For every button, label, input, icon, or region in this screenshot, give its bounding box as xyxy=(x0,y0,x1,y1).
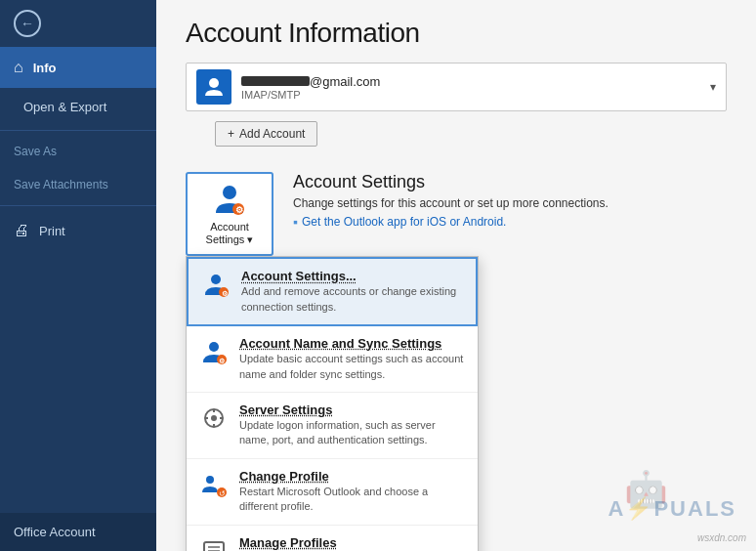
account-person-icon xyxy=(203,76,225,98)
account-settings-button-label: AccountSettings ▾ xyxy=(206,221,254,246)
server-settings-item-desc: Update logon information, such as server… xyxy=(239,418,466,448)
account-settings-panel-title: Account Settings xyxy=(293,172,727,192)
account-type: IMAP/SMTP xyxy=(241,89,710,101)
dropdown-item-account-settings[interactable]: ⚙ Account Settings... Add and remove acc… xyxy=(187,257,478,326)
sidebar-divider-1 xyxy=(0,130,156,131)
dropdown-item-name-sync[interactable]: ⚙ Account Name and Sync Settings Update … xyxy=(187,326,478,393)
manage-profiles-item-text: Manage Profiles Add and remove profiles … xyxy=(239,535,466,552)
sidebar-spacer xyxy=(0,251,156,513)
name-sync-item-desc: Update basic account settings such as ac… xyxy=(239,352,466,382)
svg-point-11 xyxy=(211,415,217,421)
svg-text:⚙: ⚙ xyxy=(219,358,225,364)
page-title: Account Information xyxy=(186,18,727,49)
change-profile-item-text: Change Profile Restart Microsoft Outlook… xyxy=(239,469,466,515)
server-settings-icon xyxy=(198,403,230,434)
server-settings-item-title: Server Settings xyxy=(239,403,466,417)
account-settings-item-text: Account Settings... Add and remove accou… xyxy=(241,269,464,315)
outlook-app-link[interactable]: Get the Outlook app for iOS or Android. xyxy=(293,214,727,230)
back-icon: ← xyxy=(14,10,41,37)
appuals-logo: A⚡PUALS xyxy=(609,496,736,522)
dropdown-arrow-icon: ▾ xyxy=(710,80,716,94)
svg-text:⚙: ⚙ xyxy=(235,205,243,215)
manage-profiles-icon xyxy=(198,535,230,552)
office-account-label: Office Account xyxy=(14,525,96,539)
add-icon: + xyxy=(228,127,234,141)
add-account-button[interactable]: + Add Account xyxy=(215,121,317,147)
change-profile-item-desc: Restart Microsoft Outlook and choose a d… xyxy=(239,485,466,515)
svg-point-4 xyxy=(211,275,221,284)
account-selector[interactable]: @gmail.com IMAP/SMTP ▾ xyxy=(186,63,727,111)
sidebar-item-info-label: Info xyxy=(33,61,57,75)
account-bar-info: @gmail.com IMAP/SMTP xyxy=(241,74,710,101)
account-settings-panel-desc: Change settings for this account or set … xyxy=(293,196,727,210)
account-settings-button-wrap: ⚙ AccountSettings ▾ ⚙ xyxy=(186,172,273,256)
watermark: wsxdn.com xyxy=(697,532,746,543)
sidebar-item-info[interactable]: ⌂ Info xyxy=(0,47,156,88)
email-mask xyxy=(241,76,310,86)
back-button[interactable]: ← xyxy=(0,0,156,47)
sidebar-item-print[interactable]: 🖨 Print xyxy=(0,210,156,251)
add-account-label: Add Account xyxy=(239,127,305,141)
account-icon xyxy=(196,69,231,105)
page-header: Account Information xyxy=(156,0,756,63)
account-settings-item-title: Account Settings... xyxy=(241,269,464,283)
account-settings-info-panel: Account Settings Change settings for thi… xyxy=(293,172,727,256)
home-icon: ⌂ xyxy=(14,59,23,76)
person-gear-icon: ⚙ xyxy=(212,182,247,217)
name-sync-item-text: Account Name and Sync Settings Update ba… xyxy=(239,336,466,382)
account-email: @gmail.com xyxy=(241,74,710,89)
dropdown-item-manage-profiles[interactable]: Manage Profiles Add and remove profiles … xyxy=(187,526,478,552)
svg-point-7 xyxy=(209,342,219,352)
svg-point-16 xyxy=(206,476,214,484)
sidebar-item-print-label: Print xyxy=(39,224,65,238)
account-settings-button[interactable]: ⚙ AccountSettings ▾ xyxy=(186,172,273,256)
server-settings-item-text: Server Settings Update logon information… xyxy=(239,403,466,448)
svg-point-1 xyxy=(223,186,236,199)
print-icon: 🖨 xyxy=(14,222,29,239)
change-profile-item-title: Change Profile xyxy=(239,469,466,484)
svg-point-0 xyxy=(209,78,219,88)
sidebar-item-office-account[interactable]: Office Account xyxy=(0,513,156,551)
sidebar-divider-2 xyxy=(0,205,156,206)
sidebar-item-open-export-label: Open & Export xyxy=(23,100,106,114)
sidebar: ← ⌂ Info Open & Export Save As Save Atta… xyxy=(0,0,156,551)
change-profile-icon: ↺ xyxy=(198,469,230,500)
svg-text:↺: ↺ xyxy=(219,489,226,498)
dropdown-item-server-settings[interactable]: Server Settings Update logon information… xyxy=(187,393,478,459)
name-sync-icon: ⚙ xyxy=(198,336,230,367)
account-settings-item-desc: Add and remove accounts or change existi… xyxy=(241,284,464,315)
svg-text:⚙: ⚙ xyxy=(222,290,228,297)
dropdown-item-change-profile[interactable]: ↺ Change Profile Restart Microsoft Outlo… xyxy=(187,459,478,526)
sidebar-item-save-attachments: Save Attachments xyxy=(0,168,156,201)
account-settings-dropdown: ⚙ Account Settings... Add and remove acc… xyxy=(186,256,479,551)
account-settings-dropdown-icon: ⚙ xyxy=(200,269,231,300)
manage-profiles-item-title: Manage Profiles xyxy=(239,535,466,550)
account-settings-section: ⚙ AccountSettings ▾ ⚙ xyxy=(186,172,727,256)
account-settings-icon: ⚙ xyxy=(212,182,247,217)
main-content: Account Information @gmail.com IMAP/SMTP… xyxy=(156,0,756,551)
name-sync-item-title: Account Name and Sync Settings xyxy=(239,336,466,351)
sidebar-item-save-as: Save As xyxy=(0,135,156,168)
sidebar-item-open-export[interactable]: Open & Export xyxy=(0,88,156,126)
